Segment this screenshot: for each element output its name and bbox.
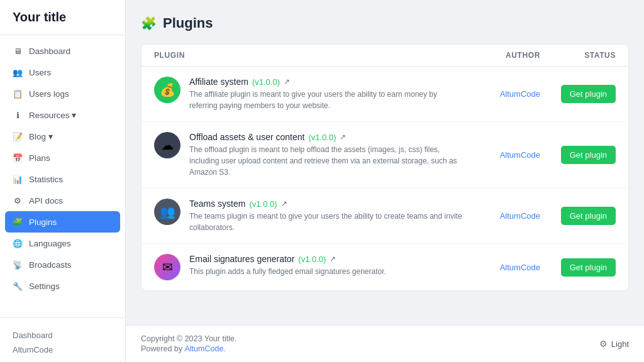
table-row: ✉ Email signatures generator (v1.0.0) ↗ … [142, 244, 628, 290]
get-plugin-button-email-signatures[interactable]: Get plugin [561, 258, 616, 277]
plugin-text-teams: Teams system (v1.0.0) ↗ The teams plugin… [189, 199, 465, 233]
api-docs-label: API docs [29, 196, 63, 206]
sidebar-item-resources[interactable]: ℹ Resources ▾ [0, 104, 125, 126]
sidebar: Your title 🖥 Dashboard 👥 Users 📋 Users l… [0, 0, 126, 362]
blog-label: Blog ▾ [29, 131, 53, 141]
languages-icon: 🌐 [13, 238, 23, 248]
dashboard-icon: 🖥 [13, 46, 23, 56]
settings-icon: 🔧 [13, 281, 23, 291]
sidebar-item-users-logs[interactable]: 📋 Users logs [0, 83, 125, 104]
sidebar-item-users[interactable]: 👥 Users [0, 62, 125, 83]
api-docs-icon: ⚙ [13, 195, 23, 206]
page-header: 🧩 Plugins [141, 15, 629, 31]
plugin-external-link-offload[interactable]: ↗ [340, 133, 346, 141]
plugins-icon: 🧩 [13, 217, 23, 227]
users-logs-label: Users logs [29, 89, 69, 99]
sidebar-nav: 🖥 Dashboard 👥 Users 📋 Users logs ℹ Resou… [0, 35, 125, 312]
sidebar-item-settings[interactable]: 🔧 Settings [0, 275, 125, 297]
footer: Copyright © 2023 Your title. Powered by … [126, 325, 644, 362]
plugin-text-offload: Offload assets & user content (v1.0.0) ↗… [189, 132, 465, 178]
plugin-desc-email-signatures: This plugin adds a fully fledged email s… [189, 266, 465, 277]
plugin-icon-affiliate: 💰 [154, 77, 180, 103]
sidebar-item-api-docs[interactable]: ⚙ API docs [0, 190, 125, 211]
footer-copyright: Copyright © 2023 Your title. [141, 334, 236, 343]
plugin-status-affiliate: Get plugin [540, 85, 616, 103]
plugin-desc-affiliate: The affiliate plugin is meant to give yo… [189, 89, 465, 111]
plugin-version-email-signatures: (v1.0.0) [298, 255, 326, 264]
plugin-desc-offload: The offload plugin is meant to help offl… [189, 144, 465, 178]
sidebar-item-broadcasts[interactable]: 📡 Broadcasts [0, 254, 125, 275]
sidebar-title: Your title [0, 0, 125, 35]
plugin-external-link-email-signatures[interactable]: ↗ [330, 255, 336, 263]
plugin-icon-teams: 👥 [154, 199, 180, 225]
plugin-info-email-signatures: ✉ Email signatures generator (v1.0.0) ↗ … [154, 254, 465, 280]
get-plugin-button-affiliate[interactable]: Get plugin [561, 85, 616, 103]
table-header: Plugin Author Status [142, 45, 628, 67]
plugin-info-affiliate: 💰 Affiliate system (v1.0.0) ↗ The affili… [154, 77, 465, 111]
plugin-status-email-signatures: Get plugin [540, 258, 616, 277]
get-plugin-button-offload[interactable]: Get plugin [561, 146, 616, 164]
sidebar-item-plugins[interactable]: 🧩 Plugins [5, 211, 120, 233]
col-header-status: Status [540, 51, 616, 60]
plugin-info-offload: ☁ Offload assets & user content (v1.0.0)… [154, 132, 465, 178]
sidebar-item-statistics[interactable]: 📊 Statistics [0, 168, 125, 190]
plugin-author-offload[interactable]: AltumCode [465, 150, 540, 160]
plans-label: Plans [29, 153, 50, 163]
plugin-status-teams: Get plugin [540, 207, 616, 225]
plugin-version-teams: (v1.0.0) [249, 199, 277, 209]
content-area: 🧩 Plugins Plugin Author Status 💰 Affilia… [126, 0, 644, 325]
plugin-author-teams[interactable]: AltumCode [465, 211, 540, 221]
plugin-author-affiliate[interactable]: AltumCode [465, 89, 540, 99]
plugin-status-offload: Get plugin [540, 146, 616, 164]
sidebar-item-plans[interactable]: 📅 Plans [0, 147, 125, 168]
languages-label: Languages [29, 239, 71, 248]
sidebar-item-blog[interactable]: 📝 Blog ▾ [0, 126, 125, 147]
plugins-label: Plugins [29, 217, 57, 227]
plugin-version-offload: (v1.0.0) [308, 133, 336, 142]
footer-altumcode-link[interactable]: AltumCode. [185, 344, 226, 353]
main-content: 🧩 Plugins Plugin Author Status 💰 Affilia… [126, 0, 644, 362]
theme-label[interactable]: Light [611, 339, 629, 349]
users-label: Users [29, 68, 51, 77]
sidebar-bottom-dashboard[interactable]: Dashboard [0, 328, 125, 343]
theme-gear-icon: ⚙ [599, 339, 608, 349]
plugin-icon-offload: ☁ [154, 132, 180, 158]
plugins-card: Plugin Author Status 💰 Affiliate system … [141, 44, 629, 291]
footer-powered-text: Powered by [141, 344, 182, 353]
statistics-icon: 📊 [13, 174, 23, 184]
bottom-altumcode-label: AltumCode [13, 345, 113, 354]
plans-icon: 📅 [13, 153, 23, 163]
footer-right: ⚙ Light [599, 339, 629, 349]
plugin-icon-email-signatures: ✉ [154, 254, 180, 280]
table-row: 💰 Affiliate system (v1.0.0) ↗ The affili… [142, 67, 628, 122]
plugin-info-teams: 👥 Teams system (v1.0.0) ↗ The teams plug… [154, 199, 465, 233]
plugin-desc-teams: The teams plugin is meant to give your u… [189, 211, 465, 233]
bottom-dashboard-label: Dashboard [13, 331, 113, 340]
plugin-name-offload: Offload assets & user content (v1.0.0) ↗ [189, 132, 465, 142]
page-title: Plugins [163, 15, 213, 31]
sidebar-divider [0, 317, 125, 318]
plugin-name-affiliate: Affiliate system (v1.0.0) ↗ [189, 77, 465, 87]
get-plugin-button-teams[interactable]: Get plugin [561, 207, 616, 225]
col-header-plugin: Plugin [154, 51, 465, 60]
plugins-header-icon: 🧩 [141, 16, 157, 31]
statistics-label: Statistics [29, 175, 63, 184]
users-icon: 👥 [13, 67, 23, 77]
sidebar-item-languages[interactable]: 🌐 Languages [0, 233, 125, 254]
table-row: ☁ Offload assets & user content (v1.0.0)… [142, 122, 628, 189]
plugins-table-body: 💰 Affiliate system (v1.0.0) ↗ The affili… [142, 67, 628, 290]
plugin-author-email-signatures[interactable]: AltumCode [465, 263, 540, 272]
dashboard-label: Dashboard [29, 47, 70, 56]
plugin-text-affiliate: Affiliate system (v1.0.0) ↗ The affiliat… [189, 77, 465, 111]
plugin-name-email-signatures: Email signatures generator (v1.0.0) ↗ [189, 254, 465, 264]
sidebar-item-dashboard[interactable]: 🖥 Dashboard [0, 40, 125, 62]
sidebar-bottom-altumcode[interactable]: AltumCode [0, 343, 125, 357]
resources-label: Resources ▾ [29, 110, 76, 120]
plugin-name-teams: Teams system (v1.0.0) ↗ [189, 199, 465, 209]
col-header-author: Author [465, 51, 540, 60]
plugin-external-link-affiliate[interactable]: ↗ [284, 77, 290, 86]
settings-label: Settings [29, 282, 60, 291]
footer-powered: Powered by AltumCode. [141, 344, 236, 353]
blog-icon: 📝 [13, 131, 23, 141]
plugin-external-link-teams[interactable]: ↗ [281, 199, 287, 208]
